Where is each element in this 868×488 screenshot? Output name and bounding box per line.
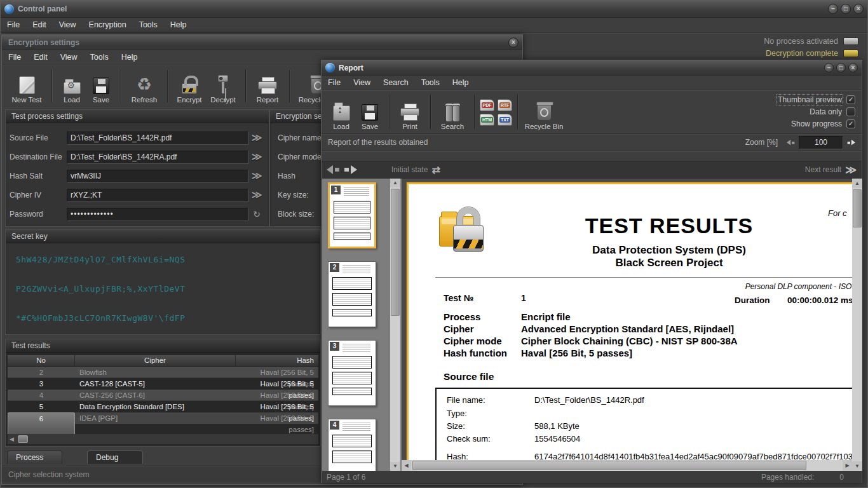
col-header-hash[interactable]: Hash: [236, 355, 318, 366]
close-button[interactable]: ×: [848, 63, 858, 72]
scrollbar-thumb[interactable]: [412, 461, 806, 470]
scrollbar-thumb[interactable]: [18, 435, 28, 443]
swap-arrows-icon[interactable]: ⇄: [431, 164, 440, 176]
password-input[interactable]: [67, 208, 248, 221]
search-button[interactable]: Search: [436, 100, 469, 130]
export-pdf-button[interactable]: PDF: [480, 99, 494, 111]
table-row[interactable]: 5 Data Encryption Standard [DES] Haval […: [8, 401, 318, 412]
refresh-button[interactable]: ♻ Refresh: [126, 73, 162, 104]
zoom-decrease-arrow[interactable]: [787, 139, 795, 145]
table-row[interactable]: 3 CAST-128 [CAST-5] Haval [256 Bit, 5 pa…: [8, 378, 318, 390]
source-file-input[interactable]: [67, 132, 248, 145]
document-viewport: For c TEST RESULTS Data Protection Syste…: [402, 179, 852, 460]
decrypt-button[interactable]: Decrypt: [206, 73, 240, 104]
export-htm-button[interactable]: HTM: [480, 114, 494, 126]
new-test-button[interactable]: New Test: [7, 73, 46, 104]
tab-debug-information[interactable]: Debug Information: [87, 451, 143, 464]
export-txt-button[interactable]: TXT: [498, 114, 512, 126]
scroll-up-arrow[interactable]: ▲: [390, 179, 400, 187]
show-progress-option[interactable]: Show progress ✓: [791, 119, 855, 128]
minimize-button[interactable]: –: [824, 63, 834, 72]
report-button[interactable]: Report: [251, 73, 284, 104]
close-button[interactable]: ×: [853, 4, 864, 14]
thumbnail-preview-option[interactable]: Thumbnail preview ✓: [778, 95, 855, 104]
save-button[interactable]: Save: [356, 100, 384, 130]
table-row[interactable]: 2 Blowfish Haval [256 Bit, 5 passes]: [8, 367, 318, 378]
thumbnail-page-2[interactable]: 2: [328, 261, 376, 327]
checkbox[interactable]: [846, 107, 855, 116]
encryption-titlebar[interactable]: Encryption settings ×: [2, 35, 522, 50]
maximize-button[interactable]: □: [836, 63, 846, 72]
menu-edit[interactable]: Edit: [26, 18, 53, 32]
tab-process-information[interactable]: Process information: [7, 451, 62, 464]
minimize-button[interactable]: –: [828, 4, 838, 14]
thumbnail-number: 1: [331, 186, 341, 194]
menu-help[interactable]: Help: [164, 18, 193, 32]
thumbnail-page-4[interactable]: 4: [328, 419, 376, 471]
scrollbar-thumb[interactable]: [853, 189, 862, 227]
maximize-button[interactable]: □: [841, 4, 851, 14]
menu-view[interactable]: View: [53, 18, 83, 32]
menu-file[interactable]: File: [1, 18, 26, 32]
regenerate-password-icon[interactable]: ↻: [248, 209, 265, 219]
table-row[interactable]: 4 CAST-256 [CAST-6] Haval [256 Bit, 5 pa…: [8, 390, 318, 401]
scroll-down-arrow[interactable]: ▼: [852, 461, 862, 471]
previous-result-arrow[interactable]: [327, 165, 340, 175]
menu-help[interactable]: Help: [446, 76, 475, 90]
control-panel-titlebar[interactable]: Control panel – □ ×: [1, 1, 867, 18]
menu-tools[interactable]: Tools: [133, 18, 164, 32]
report-titlebar[interactable]: Report – □ ×: [322, 60, 862, 76]
document-horizontal-scrollbar[interactable]: ◀ ▶: [402, 460, 852, 471]
data-only-option[interactable]: Data only: [810, 107, 855, 116]
zoom-increase-arrow[interactable]: [847, 139, 855, 145]
generate-chevrons-button[interactable]: ≫: [248, 170, 265, 182]
group-header: Test results: [6, 339, 320, 353]
thumbnail-art: [342, 344, 370, 353]
destination-file-input[interactable]: [67, 151, 248, 164]
close-button[interactable]: ×: [508, 37, 519, 48]
hash-salt-input[interactable]: [67, 170, 248, 183]
menu-view[interactable]: View: [347, 76, 377, 90]
pages-handled-label: Pages handled:: [761, 473, 814, 482]
thumbnail-page-1[interactable]: 1: [328, 182, 376, 248]
forward-result-arrow[interactable]: [344, 165, 357, 175]
scroll-right-arrow[interactable]: ▶: [843, 460, 852, 471]
document-vertical-scrollbar[interactable]: ▲ ▼: [852, 179, 862, 471]
generate-chevrons-button[interactable]: ≫: [248, 189, 265, 201]
scrollbar-thumb[interactable]: [391, 189, 400, 316]
recycle-bin-button[interactable]: Recycle Bin: [523, 100, 565, 130]
print-button[interactable]: Print: [395, 100, 425, 130]
thumbnail-scrollbar[interactable]: ▲ ▼: [390, 179, 400, 471]
checkbox[interactable]: ✓: [846, 119, 855, 128]
save-button[interactable]: Save: [86, 73, 116, 104]
menu-search[interactable]: Search: [377, 76, 415, 90]
encrypt-button[interactable]: Encrypt: [173, 73, 206, 104]
load-button[interactable]: ⚙ Load: [57, 73, 86, 104]
browse-chevrons-button[interactable]: ≫: [248, 151, 265, 163]
thumbnail-art: [332, 293, 372, 306]
checkbox[interactable]: ✓: [846, 95, 855, 104]
menu-edit[interactable]: Edit: [27, 50, 54, 65]
menu-help[interactable]: Help: [115, 50, 144, 65]
load-button[interactable]: ▲▲ Load: [327, 100, 356, 130]
browse-chevrons-button[interactable]: ≫: [248, 132, 265, 144]
scroll-left-arrow[interactable]: ◀: [402, 460, 411, 471]
export-rtf-button[interactable]: RTF: [498, 99, 512, 111]
menu-view[interactable]: View: [54, 50, 84, 65]
menu-tools[interactable]: Tools: [415, 76, 446, 90]
thumbnail-page-3[interactable]: 3: [328, 340, 376, 406]
table-horizontal-scrollbar[interactable]: ◀: [8, 434, 318, 444]
scroll-down-arrow[interactable]: ▼: [390, 462, 400, 471]
next-result-chevrons[interactable]: ≫: [845, 163, 857, 177]
zoom-input[interactable]: [799, 136, 843, 149]
menu-file[interactable]: File: [2, 50, 27, 65]
table-row-selected[interactable]: 6 IDEA [PGP] Haval [256 Bit, 5 passes]: [8, 412, 318, 424]
scroll-left-arrow[interactable]: ◀: [10, 436, 14, 442]
menu-file[interactable]: File: [322, 76, 347, 90]
cipher-iv-input[interactable]: [67, 189, 248, 202]
menu-tools[interactable]: Tools: [84, 50, 115, 65]
menu-encryption[interactable]: Encryption: [83, 18, 133, 32]
col-header-cipher[interactable]: Cipher: [75, 355, 236, 366]
scroll-up-arrow[interactable]: ▲: [852, 179, 862, 188]
col-header-no[interactable]: No: [8, 355, 75, 366]
